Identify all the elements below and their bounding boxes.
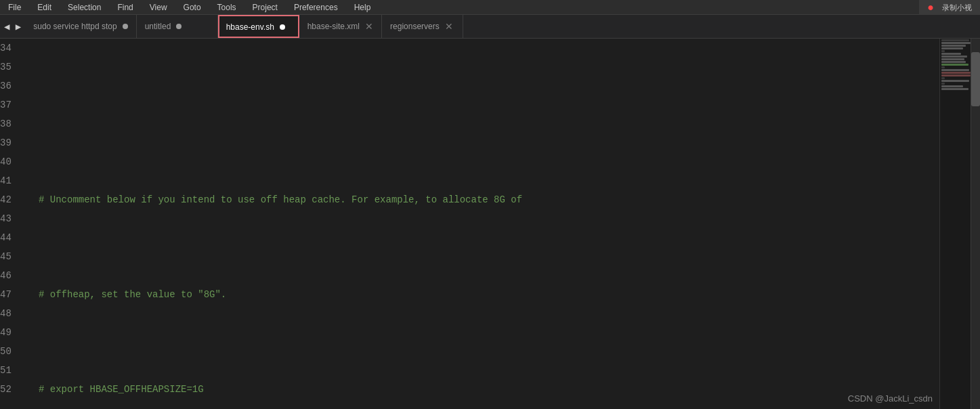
tab-hbase-site-label: hbase-site.xml [307,22,360,31]
menu-project[interactable]: Project [250,1,280,14]
tab-httpd[interactable]: sudo service httpd stop [25,15,136,38]
linenum-37: 37 [0,95,25,114]
editor-area: 34 35 36 37 38 39 40 41 42 43 44 45 46 4… [0,39,980,409]
tab-regionservers-close[interactable]: ✕ [445,21,453,32]
linenum-42: 42 [0,190,25,209]
scrollbar-vertical[interactable] [971,39,980,409]
tab-hbase-env-dot [280,24,285,30]
linenum-36: 36 [0,77,25,95]
tab-nav-left[interactable]: ◀ ▶ [0,15,25,38]
linenum-47: 47 [0,285,25,304]
tab-regionservers-label: regionservers [390,22,440,31]
linenum-40: 40 [0,152,25,171]
tab-hbase-site-close[interactable]: ✕ [365,21,373,32]
linenum-43: 43 [0,209,25,228]
menu-tools[interactable]: Tools [215,1,239,14]
linenum-48: 48 [0,304,25,323]
tab-hbase-env[interactable]: hbase-env.sh [218,15,299,38]
menu-help[interactable]: Help [351,1,374,14]
watermark: CSDN @JackLi_csdn [848,393,933,404]
code-content[interactable]: # Uncomment below if you intend to use o… [30,39,939,409]
code-line-36: # offheap, set the value to "8G". [39,285,939,304]
tab-bar: ◀ ▶ sudo service httpd stop untitled hba… [0,15,980,39]
code-line-35: # Uncomment below if you intend to use o… [39,190,939,209]
linenum-38: 38 [0,114,25,133]
linenum-44: 44 [0,228,25,247]
menu-file[interactable]: File [5,1,24,14]
menu-find[interactable]: Find [114,1,135,14]
recording-label: 录制小视 [939,1,975,14]
linenum-45: 45 [0,247,25,266]
code-area[interactable]: 34 35 36 37 38 39 40 41 42 43 44 45 46 4… [0,39,939,409]
tab-regionservers[interactable]: regionservers ✕ [382,15,463,38]
menu-goto[interactable]: Goto [181,1,204,14]
tab-httpd-label: sudo service httpd stop [33,22,116,31]
linenum-35: 35 [0,58,25,77]
tab-untitled[interactable]: untitled [137,15,218,38]
tab-untitled-label: untitled [145,22,171,31]
tab-hbase-site[interactable]: hbase-site.xml ✕ [299,15,382,38]
line-numbers: 34 35 36 37 38 39 40 41 42 43 44 45 46 4… [0,39,30,409]
tab-untitled-dot [176,24,182,29]
linenum-46: 46 [0,266,25,285]
linenum-52: 52 [0,380,25,399]
linenum-41: 41 [0,171,25,190]
code-line-37: # export HBASE_OFFHEAPSIZE=1G [39,380,939,399]
scrollbar-thumb[interactable] [971,52,980,106]
linenum-49: 49 [0,323,25,342]
linenum-34: 34 [0,39,25,58]
linenum-51: 51 [0,361,25,380]
linenum-39: 39 [0,133,25,152]
menu-preferences[interactable]: Preferences [291,1,341,14]
menu-view[interactable]: View [147,1,170,14]
menu-bar: File Edit Selection Find View Goto Tools… [0,0,980,15]
recording-indicator: ● 录制小视 [919,0,980,15]
tab-httpd-dot [123,24,128,29]
linenum-50: 50 [0,342,25,361]
menu-edit[interactable]: Edit [35,1,54,14]
minimap [939,39,971,409]
tab-hbase-env-label: hbase-env.sh [226,22,274,32]
code-line-34 [39,95,939,114]
menu-selection[interactable]: Selection [65,1,104,14]
